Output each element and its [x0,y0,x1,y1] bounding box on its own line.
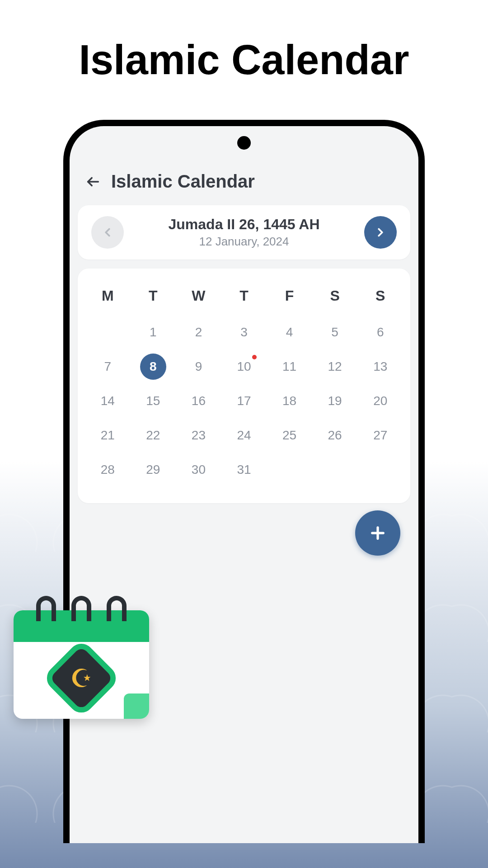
date-navigator-card: Jumada II 26, 1445 AH 12 January, 2024 [78,205,410,259]
calendar-day[interactable]: 28 [87,454,129,485]
calendar-day[interactable]: 4 [268,317,310,348]
calendar-day[interactable]: 27 [359,420,401,451]
current-date-display: Jumada II 26, 1445 AH 12 January, 2024 [124,216,364,249]
calendar-grid: MTWTFSS123456789101112131415161718192021… [87,282,401,485]
day-of-week-header: F [268,282,310,313]
day-of-week-header: W [178,282,220,313]
calendar-day[interactable]: 10 [223,351,265,382]
back-button[interactable] [83,172,103,192]
calendar-day[interactable]: 20 [359,386,401,416]
calendar-day[interactable]: 29 [132,454,174,485]
plus-icon [368,524,387,542]
gregorian-date: 12 January, 2024 [124,235,364,249]
app-screen: Islamic Calendar Jumada II 26, 1445 AH 1… [70,126,418,503]
calendar-day[interactable]: 21 [87,420,129,451]
calendar-day[interactable]: 22 [132,420,174,451]
day-of-week-header: T [223,282,265,313]
calendar-day[interactable]: 25 [268,420,310,451]
day-of-week-header: S [359,282,401,313]
calendar-day[interactable]: 11 [268,351,310,382]
calendar-day [87,317,129,348]
calendar-day[interactable]: 30 [178,454,220,485]
day-of-week-header: T [132,282,174,313]
phone-notch [237,136,251,150]
day-of-week-header: M [87,282,129,313]
calendar-day[interactable]: 8 [140,354,166,380]
calendar-day[interactable]: 3 [223,317,265,348]
calendar-day[interactable]: 2 [178,317,220,348]
calendar-day[interactable]: 12 [314,351,356,382]
calendar-day[interactable]: 19 [314,386,356,416]
hijri-date: Jumada II 26, 1445 AH [124,216,364,233]
prev-month-button[interactable] [91,216,124,249]
chevron-right-icon [374,226,387,239]
calendar-card: MTWTFSS123456789101112131415161718192021… [78,269,410,503]
calendar-day [314,454,356,485]
page-title: Islamic Calendar [0,0,488,120]
add-event-button[interactable] [355,510,400,556]
calendar-day[interactable]: 14 [87,386,129,416]
crescent-moon-icon: ☪ [70,664,93,693]
calendar-day[interactable]: 13 [359,351,401,382]
calendar-day[interactable]: 18 [268,386,310,416]
calendar-day[interactable]: 7 [87,351,129,382]
calendar-day[interactable]: 26 [314,420,356,451]
calendar-day [359,454,401,485]
calendar-day[interactable]: 24 [223,420,265,451]
calendar-day[interactable]: 1 [132,317,174,348]
calendar-day[interactable]: 17 [223,386,265,416]
calendar-day [268,454,310,485]
calendar-day[interactable]: 9 [178,351,220,382]
next-month-button[interactable] [364,216,397,249]
app-title: Islamic Calendar [111,171,255,192]
event-dot-icon [252,355,257,359]
calendar-day[interactable]: 31 [223,454,265,485]
day-of-week-header: S [314,282,356,313]
app-header: Islamic Calendar [70,162,418,201]
calendar-day[interactable]: 15 [132,386,174,416]
arrow-left-icon [85,174,101,189]
calendar-decoration-icon: ☪ [14,592,149,719]
calendar-day[interactable]: 6 [359,317,401,348]
calendar-day[interactable]: 5 [314,317,356,348]
chevron-left-icon [101,226,114,239]
phone-frame: Islamic Calendar Jumada II 26, 1445 AH 1… [63,120,425,843]
calendar-day[interactable]: 16 [178,386,220,416]
calendar-day[interactable]: 23 [178,420,220,451]
